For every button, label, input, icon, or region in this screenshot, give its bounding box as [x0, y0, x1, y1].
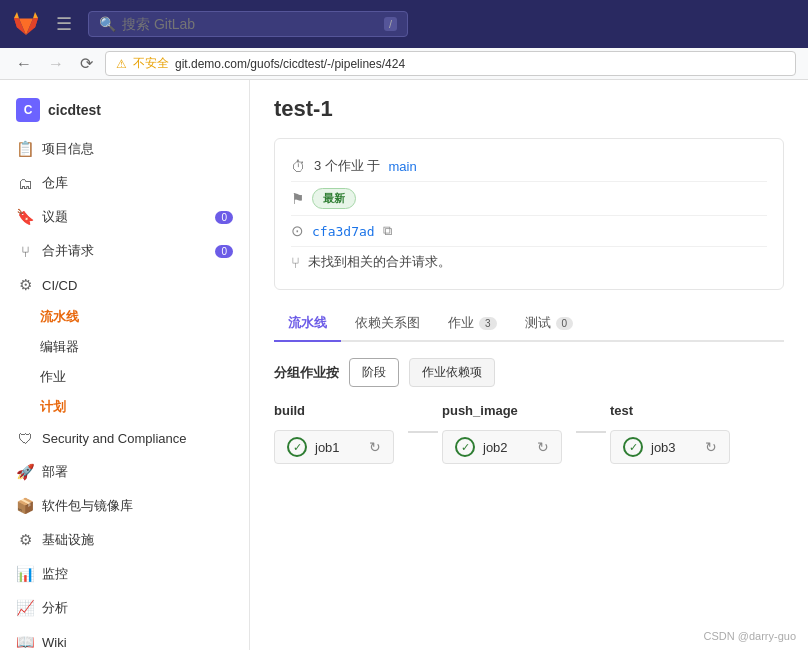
- sidebar-item-label: Wiki: [42, 635, 67, 650]
- tab-jobs-label: 作业: [448, 314, 474, 332]
- wiki-icon: 📖: [16, 633, 34, 650]
- security-warning-icon: ⚠: [116, 57, 127, 71]
- flag-icon: ⚑: [291, 190, 304, 208]
- sidebar-item-issues[interactable]: 🔖 议题 0: [0, 200, 249, 234]
- merge-text: 未找到相关的合并请求。: [308, 253, 451, 271]
- group-by-stages-button[interactable]: 阶段: [349, 358, 399, 387]
- repository-icon: 🗂: [16, 175, 34, 192]
- tab-tests-label: 测试: [525, 314, 551, 332]
- tab-tests[interactable]: 测试 0: [511, 306, 588, 342]
- commit-hash[interactable]: cfa3d7ad: [312, 224, 375, 239]
- sidebar-item-deploy[interactable]: 🚀 部署: [0, 455, 249, 489]
- forward-button[interactable]: →: [44, 53, 68, 75]
- copy-icon[interactable]: ⧉: [383, 223, 392, 239]
- sidebar-item-label: 软件包与镜像库: [42, 497, 133, 515]
- stage-test: test ✓ job3 ↻: [610, 403, 740, 464]
- deploy-icon: 🚀: [16, 463, 34, 481]
- sidebar-item-merge-requests[interactable]: ⑂ 合并请求 0: [0, 234, 249, 268]
- job-retry-icon[interactable]: ↻: [369, 439, 381, 455]
- sidebar-item-label: 作业: [40, 368, 66, 386]
- sidebar-item-label: 议题: [42, 208, 68, 226]
- stage-build-label: build: [274, 403, 305, 418]
- job-retry-icon[interactable]: ↻: [537, 439, 549, 455]
- sidebar-item-monitor[interactable]: 📊 监控: [0, 557, 249, 591]
- reload-button[interactable]: ⟳: [76, 52, 97, 75]
- sidebar-item-label: 项目信息: [42, 140, 94, 158]
- tests-count-badge: 0: [556, 317, 574, 330]
- sidebar-item-packages[interactable]: 📦 软件包与镜像库: [0, 489, 249, 523]
- job-job2[interactable]: ✓ job2 ↻: [442, 430, 562, 464]
- sidebar-item-analytics[interactable]: 📈 分析: [0, 591, 249, 625]
- sidebar-item-infra[interactable]: ⚙ 基础设施: [0, 523, 249, 557]
- connector-line: [408, 431, 438, 433]
- pipeline-commit-row: ⊙ cfa3d7ad ⧉: [291, 216, 767, 247]
- search-bar[interactable]: 🔍 /: [88, 11, 408, 37]
- hamburger-menu[interactable]: ☰: [52, 9, 76, 39]
- stage-connector-1: [408, 415, 438, 449]
- cicd-icon: ⚙: [16, 276, 34, 294]
- sidebar-item-repository[interactable]: 🗂 仓库: [0, 166, 249, 200]
- merge-request-icon: ⑂: [291, 254, 300, 271]
- clock-icon: ⏱: [291, 158, 306, 175]
- sidebar-item-label: 合并请求: [42, 242, 94, 260]
- sidebar-item-label: CI/CD: [42, 278, 77, 293]
- job-name: job3: [651, 440, 676, 455]
- sidebar-item-cicd[interactable]: ⚙ CI/CD: [0, 268, 249, 302]
- sidebar-item-editor[interactable]: 编辑器: [40, 332, 249, 362]
- project-info-icon: 📋: [16, 140, 34, 158]
- tabs: 流水线 依赖关系图 作业 3 测试 0: [274, 306, 784, 342]
- layout: C cicdtest 📋 项目信息 🗂 仓库 🔖 议题 0 ⑂ 合并请求 0 ⚙…: [0, 80, 808, 650]
- sidebar-item-schedules[interactable]: 计划: [40, 392, 249, 422]
- monitor-icon: 📊: [16, 565, 34, 583]
- sidebar-item-security[interactable]: 🛡 Security and Compliance: [0, 422, 249, 455]
- group-by-label: 分组作业按: [274, 364, 339, 382]
- url-bar[interactable]: ⚠ 不安全 git.demo.com/guofs/cicdtest/-/pipe…: [105, 51, 796, 76]
- url-text: git.demo.com/guofs/cicdtest/-/pipelines/…: [175, 57, 405, 71]
- analytics-icon: 📈: [16, 599, 34, 617]
- search-input[interactable]: [122, 16, 378, 32]
- latest-badge: 最新: [312, 188, 356, 209]
- commit-icon: ⊙: [291, 222, 304, 240]
- infra-icon: ⚙: [16, 531, 34, 549]
- jobs-count-badge: 3: [479, 317, 497, 330]
- pipeline-merge-row: ⑂ 未找到相关的合并请求。: [291, 247, 767, 277]
- sidebar-item-label: 监控: [42, 565, 68, 583]
- branch-link[interactable]: main: [388, 159, 416, 174]
- connector-line: [576, 431, 606, 433]
- project-avatar: C: [16, 98, 40, 122]
- sidebar-project-header[interactable]: C cicdtest: [0, 88, 249, 132]
- search-icon: 🔍: [99, 16, 116, 32]
- back-button[interactable]: ←: [12, 53, 36, 75]
- sidebar-item-label: 仓库: [42, 174, 68, 192]
- addressbar: ← → ⟳ ⚠ 不安全 git.demo.com/guofs/cicdtest/…: [0, 48, 808, 80]
- sidebar-item-label: 基础设施: [42, 531, 94, 549]
- job-job3[interactable]: ✓ job3 ↻: [610, 430, 730, 464]
- mr-badge: 0: [215, 245, 233, 258]
- pipeline-info-card: ⏱ 3 个作业 于 main ⚑ 最新 ⊙ cfa3d7ad ⧉ ⑂ 未找到相关…: [274, 138, 784, 290]
- cicd-submenu: 流水线 编辑器 作业 计划: [0, 302, 249, 422]
- tab-jobs[interactable]: 作业 3: [434, 306, 511, 342]
- stage-build: build ✓ job1 ↻: [274, 403, 404, 464]
- stage-connector-2: [576, 415, 606, 449]
- jobs-text: 3 个作业 于: [314, 157, 380, 175]
- sidebar-item-jobs[interactable]: 作业: [40, 362, 249, 392]
- sidebar-item-wiki[interactable]: 📖 Wiki: [0, 625, 249, 650]
- job-job1[interactable]: ✓ job1 ↻: [274, 430, 394, 464]
- sidebar-item-label: 计划: [40, 398, 66, 416]
- sidebar-item-project-info[interactable]: 📋 项目信息: [0, 132, 249, 166]
- job-success-icon: ✓: [623, 437, 643, 457]
- job-name: job1: [315, 440, 340, 455]
- security-icon: 🛡: [16, 430, 34, 447]
- sidebar-item-pipelines[interactable]: 流水线: [40, 302, 249, 332]
- sidebar: C cicdtest 📋 项目信息 🗂 仓库 🔖 议题 0 ⑂ 合并请求 0 ⚙…: [0, 80, 250, 650]
- pipeline-jobs-row: ⏱ 3 个作业 于 main: [291, 151, 767, 182]
- job-retry-icon[interactable]: ↻: [705, 439, 717, 455]
- group-by-dependencies-button[interactable]: 作业依赖项: [409, 358, 495, 387]
- project-name: cicdtest: [48, 102, 101, 118]
- tab-pipeline[interactable]: 流水线: [274, 306, 341, 342]
- pipeline-latest-row: ⚑ 最新: [291, 182, 767, 216]
- issues-icon: 🔖: [16, 208, 34, 226]
- tab-dependency[interactable]: 依赖关系图: [341, 306, 434, 342]
- main-content: test-1 ⏱ 3 个作业 于 main ⚑ 最新 ⊙ cfa3d7ad ⧉ …: [250, 80, 808, 650]
- job-name: job2: [483, 440, 508, 455]
